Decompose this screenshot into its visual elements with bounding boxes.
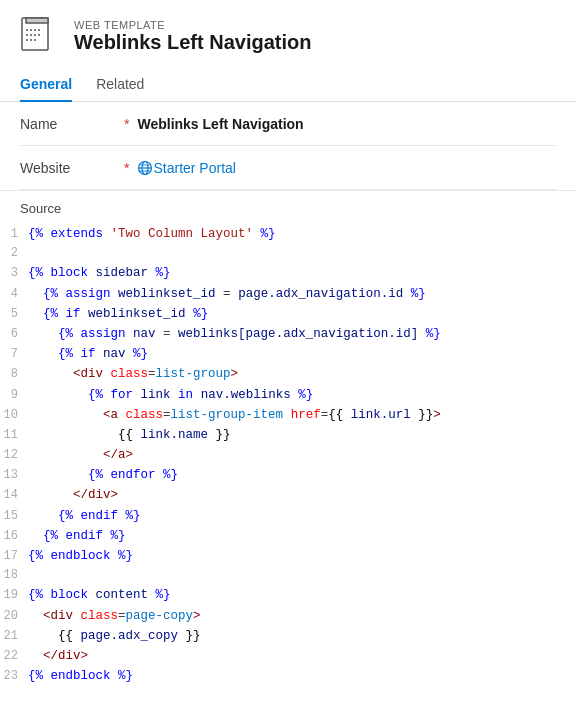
code-line-23: 23 {% endblock %}: [0, 666, 576, 686]
code-line-4: 4 {% assign weblinkset_id = page.adx_nav…: [0, 284, 576, 304]
name-label: Name: [20, 116, 120, 132]
source-label: Source: [0, 190, 576, 220]
code-line-14: 14 </div>: [0, 485, 576, 505]
code-line-1: 1 {% extends 'Two Column Layout' %}: [0, 224, 576, 244]
code-line-7: 7 {% if nav %}: [0, 344, 576, 364]
web-template-icon: [20, 16, 60, 56]
source-code: 1 {% extends 'Two Column Layout' %} 2 3 …: [0, 220, 576, 698]
code-line-12: 12 </a>: [0, 445, 576, 465]
code-line-10: 10 <a class=list-group-item href={{ link…: [0, 405, 576, 425]
website-required: *: [124, 160, 129, 176]
name-value: Weblinks Left Navigation: [137, 116, 303, 132]
code-line-3: 3 {% block sidebar %}: [0, 263, 576, 283]
page-title: Weblinks Left Navigation: [74, 31, 311, 54]
header-meta: WEB TEMPLATE Weblinks Left Navigation: [74, 19, 311, 54]
code-line-21: 21 {{ page.adx_copy }}: [0, 626, 576, 646]
website-field-row: Website * Starter Portal: [20, 146, 556, 190]
code-line-8: 8 <div class=list-group>: [0, 364, 576, 384]
website-label: Website: [20, 160, 120, 176]
code-line-11: 11 {{ link.name }}: [0, 425, 576, 445]
name-field-row: Name * Weblinks Left Navigation: [20, 102, 556, 146]
name-required: *: [124, 116, 129, 132]
code-line-9: 9 {% for link in nav.weblinks %}: [0, 385, 576, 405]
form-section: Name * Weblinks Left Navigation Website …: [0, 102, 576, 190]
tab-general[interactable]: General: [20, 68, 72, 102]
header-label: WEB TEMPLATE: [74, 19, 311, 31]
code-line-22: 22 </div>: [0, 646, 576, 666]
code-line-20: 20 <div class=page-copy>: [0, 606, 576, 626]
code-line-19: 19 {% block content %}: [0, 585, 576, 605]
code-line-5: 5 {% if weblinkset_id %}: [0, 304, 576, 324]
globe-icon: [137, 160, 153, 176]
code-line-16: 16 {% endif %}: [0, 526, 576, 546]
code-line-13: 13 {% endfor %}: [0, 465, 576, 485]
code-line-6: 6 {% assign nav = weblinks[page.adx_navi…: [0, 324, 576, 344]
code-line-18: 18: [0, 566, 576, 585]
code-line-17: 17 {% endblock %}: [0, 546, 576, 566]
tab-bar: General Related: [0, 68, 576, 102]
code-line-15: 15 {% endif %}: [0, 506, 576, 526]
tab-related[interactable]: Related: [96, 68, 144, 102]
svg-rect-1: [26, 18, 48, 23]
website-link[interactable]: Starter Portal: [153, 160, 235, 176]
page-header: WEB TEMPLATE Weblinks Left Navigation: [0, 0, 576, 68]
code-line-2: 2: [0, 244, 576, 263]
